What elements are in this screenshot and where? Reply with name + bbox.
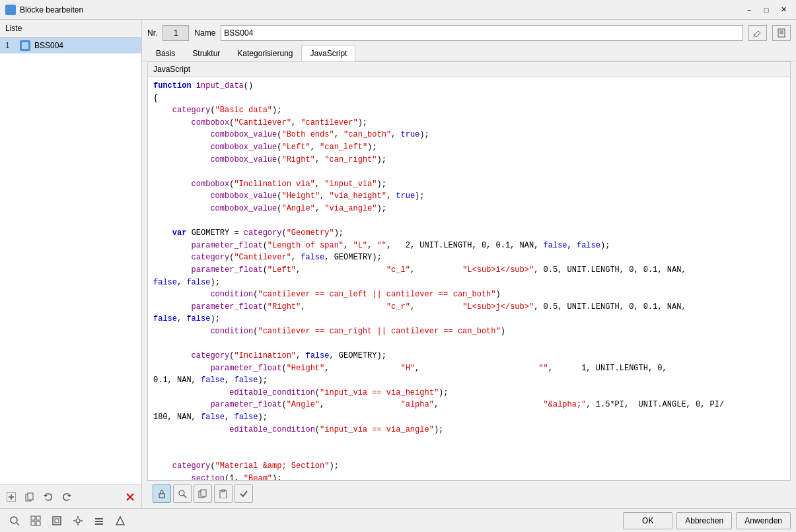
svg-marker-6 bbox=[44, 495, 48, 497]
edit-name-button[interactable] bbox=[748, 25, 767, 41]
settings1-button[interactable] bbox=[69, 512, 87, 530]
delete-button[interactable] bbox=[122, 488, 139, 506]
item-label: BSS004 bbox=[34, 41, 63, 50]
copy-code-button[interactable] bbox=[194, 484, 212, 503]
svg-rect-25 bbox=[31, 516, 35, 520]
settings3-button[interactable] bbox=[111, 512, 129, 530]
svg-rect-29 bbox=[53, 517, 61, 525]
name-label: Name bbox=[194, 28, 215, 38]
settings2-button[interactable] bbox=[90, 512, 108, 530]
svg-marker-7 bbox=[67, 495, 71, 497]
tab-bar: Basis Struktur Kategorisierung JavaScrip… bbox=[142, 45, 796, 61]
minimize-button[interactable]: − bbox=[742, 3, 756, 17]
search-bottom-button[interactable] bbox=[5, 512, 24, 530]
svg-rect-38 bbox=[95, 523, 103, 525]
svg-rect-28 bbox=[36, 521, 40, 525]
list-item[interactable]: 1 BSS004 bbox=[0, 38, 141, 53]
lock-button[interactable] bbox=[153, 484, 171, 503]
svg-rect-16 bbox=[159, 494, 164, 498]
apply-button[interactable]: Anwenden bbox=[736, 512, 791, 529]
svg-rect-0 bbox=[22, 42, 28, 49]
nr-label: Nr. bbox=[147, 28, 157, 38]
grid-button[interactable] bbox=[26, 512, 45, 530]
titlebar: Blöcke bearbeiten − □ ✕ bbox=[0, 0, 796, 20]
main-container: Liste 1 BSS004 bbox=[0, 20, 796, 508]
box-button[interactable] bbox=[48, 512, 66, 530]
ok-button[interactable]: OK bbox=[623, 512, 672, 529]
svg-marker-39 bbox=[116, 517, 124, 525]
svg-point-17 bbox=[179, 490, 184, 496]
svg-line-24 bbox=[17, 523, 19, 525]
name-input[interactable] bbox=[221, 25, 743, 41]
new-item-button[interactable] bbox=[3, 488, 20, 506]
svg-rect-5 bbox=[28, 493, 33, 500]
app-icon bbox=[5, 5, 16, 15]
sidebar-header: Liste bbox=[0, 20, 141, 38]
tab-struktur[interactable]: Struktur bbox=[184, 45, 229, 61]
code-section-label: JavaScript bbox=[148, 62, 790, 77]
tab-javascript[interactable]: JavaScript bbox=[301, 45, 355, 61]
code-container: JavaScript function input_data() { categ… bbox=[147, 61, 791, 481]
svg-rect-20 bbox=[201, 490, 206, 496]
svg-rect-12 bbox=[778, 29, 785, 37]
undo-button[interactable] bbox=[40, 488, 57, 506]
paste-code-button[interactable] bbox=[214, 484, 233, 503]
svg-rect-27 bbox=[31, 521, 35, 525]
titlebar-buttons: − □ ✕ bbox=[742, 3, 791, 17]
validate-button[interactable] bbox=[235, 484, 253, 503]
dialog-buttons: OK Abbrechen Anwenden bbox=[623, 512, 791, 529]
item-number: 1 bbox=[5, 41, 16, 50]
svg-rect-22 bbox=[222, 490, 225, 492]
svg-line-11 bbox=[754, 35, 754, 37]
book-button[interactable] bbox=[772, 25, 791, 41]
svg-line-18 bbox=[184, 495, 186, 498]
cancel-button[interactable]: Abbrechen bbox=[676, 512, 732, 529]
svg-rect-36 bbox=[95, 518, 103, 519]
svg-point-31 bbox=[76, 519, 80, 523]
svg-rect-30 bbox=[55, 519, 59, 523]
code-toolbar bbox=[147, 481, 791, 506]
item-icon bbox=[20, 40, 30, 51]
copy-item-button[interactable] bbox=[21, 488, 38, 506]
svg-line-10 bbox=[758, 31, 760, 33]
svg-rect-26 bbox=[36, 516, 40, 520]
nr-value: 1 bbox=[163, 25, 189, 41]
search-button[interactable] bbox=[173, 484, 192, 503]
sidebar-list: 1 BSS004 bbox=[0, 38, 141, 484]
svg-point-23 bbox=[11, 517, 17, 523]
bottom-toolbar: OK Abbrechen Anwenden bbox=[0, 508, 796, 532]
maximize-button[interactable]: □ bbox=[759, 3, 774, 17]
sidebar-footer bbox=[0, 484, 141, 508]
redo-button[interactable] bbox=[58, 488, 75, 506]
tab-basis[interactable]: Basis bbox=[147, 45, 184, 61]
name-row: Nr. 1 Name bbox=[142, 20, 796, 45]
close-button[interactable]: ✕ bbox=[776, 3, 791, 17]
sidebar: Liste 1 BSS004 bbox=[0, 20, 142, 508]
tab-kategorisierung[interactable]: Kategorisierung bbox=[229, 45, 301, 61]
svg-rect-37 bbox=[95, 521, 103, 522]
code-editor[interactable]: function input_data() { category("Basic … bbox=[148, 77, 790, 480]
window-title: Blöcke bearbeiten bbox=[20, 5, 742, 15]
content-panel: Nr. 1 Name Basis Struktur Kategorisierun… bbox=[142, 20, 796, 508]
